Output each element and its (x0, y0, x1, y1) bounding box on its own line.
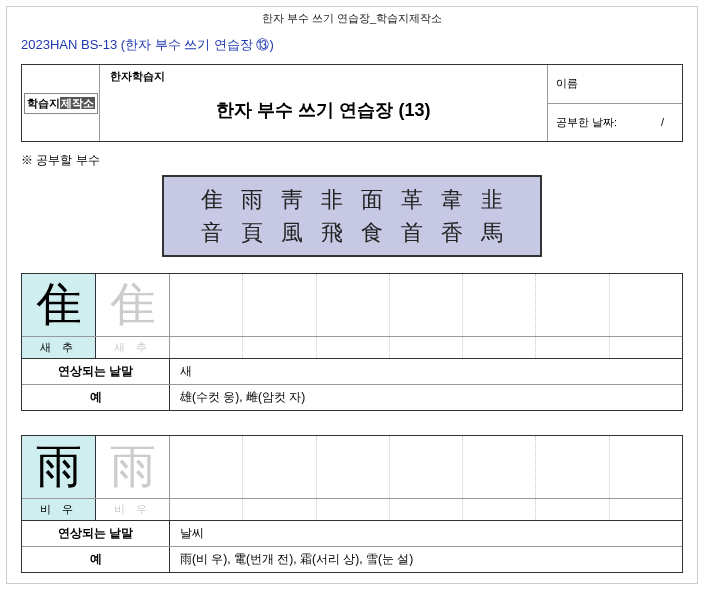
practice-cell[interactable] (317, 274, 390, 336)
practice-cell[interactable] (243, 436, 316, 498)
practice-cell[interactable] (243, 499, 316, 520)
radicals-box: 隹雨靑非面革韋韭 音頁風飛食首香馬 (162, 175, 542, 257)
logo-text-b: 제작소 (60, 97, 95, 109)
name-row: 이름 (548, 65, 682, 104)
practice-cell[interactable] (463, 436, 536, 498)
title-box: 학습지제작소 한자학습지 한자 부수 쓰기 연습장 (13) 이름 공부한 날짜… (21, 64, 683, 142)
assoc-value: 새 (170, 359, 682, 384)
practice-cell[interactable] (610, 337, 682, 358)
worksheet-code: 2023HAN BS-13 (한자 부수 쓰기 연습장 ⑬) (21, 36, 683, 54)
radicals-row-1: 隹雨靑非面革韋韭 (164, 183, 540, 216)
practice-cell[interactable] (536, 499, 609, 520)
practice-cell[interactable] (170, 499, 243, 520)
name-label: 이름 (556, 76, 578, 91)
date-label: 공부한 날짜: (556, 115, 617, 130)
page-title: 한자 부수 쓰기 연습장 (13) (110, 98, 537, 122)
ghost-char-cell: 雨 (96, 436, 170, 498)
reading-cell: 새 추 (22, 337, 96, 358)
study-section-label: ※ 공부할 부수 (21, 152, 683, 169)
target-char: 隹 (36, 282, 82, 328)
practice-cell[interactable] (317, 436, 390, 498)
char-row: 隹 隹 (22, 274, 682, 336)
example-row: 예 雄(수컷 웅), 雌(암컷 자) (22, 384, 682, 410)
practice-cell[interactable] (463, 499, 536, 520)
reading-practice-cells (170, 499, 682, 520)
example-label: 예 (22, 547, 170, 572)
example-label: 예 (22, 385, 170, 410)
example-row: 예 雨(비 우), 電(번개 전), 霜(서리 상), 雪(눈 설) (22, 546, 682, 572)
practice-cell[interactable] (170, 337, 243, 358)
practice-cell[interactable] (390, 499, 463, 520)
practice-cell[interactable] (170, 274, 243, 336)
practice-cell[interactable] (463, 337, 536, 358)
reading-row: 비 우 비 우 (22, 498, 682, 520)
ghost-char: 雨 (110, 444, 156, 490)
assoc-label: 연상되는 낱말 (22, 521, 170, 546)
ghost-reading-cell: 비 우 (96, 499, 170, 520)
ghost-char-cell: 隹 (96, 274, 170, 336)
document-header-title: 한자 부수 쓰기 연습장_학습지제작소 (7, 7, 697, 32)
practice-cell[interactable] (390, 337, 463, 358)
category-label: 한자학습지 (110, 69, 537, 84)
practice-cells (170, 436, 682, 498)
worksheet-page: 한자 부수 쓰기 연습장_학습지제작소 2023HAN BS-13 (한자 부수… (6, 6, 698, 584)
practice-cell[interactable] (317, 337, 390, 358)
assoc-label: 연상되는 낱말 (22, 359, 170, 384)
practice-cell[interactable] (536, 274, 609, 336)
char-row: 雨 雨 (22, 436, 682, 498)
logo-cell: 학습지제작소 (22, 65, 100, 141)
meta-cell: 이름 공부한 날짜: / (548, 65, 682, 141)
target-char-cell: 雨 (22, 436, 96, 498)
date-row: 공부한 날짜: / (548, 104, 682, 142)
practice-cell[interactable] (536, 436, 609, 498)
practice-cell[interactable] (463, 274, 536, 336)
assoc-row: 연상되는 낱말 새 (22, 358, 682, 384)
example-value: 雄(수컷 웅), 雌(암컷 자) (170, 385, 682, 410)
practice-cell[interactable] (243, 274, 316, 336)
title-cell: 한자학습지 한자 부수 쓰기 연습장 (13) (100, 65, 548, 141)
practice-cell[interactable] (610, 274, 682, 336)
reading-practice-cells (170, 337, 682, 358)
practice-cell[interactable] (317, 499, 390, 520)
date-separator: / (661, 116, 664, 128)
practice-block: 雨 雨 비 우 비 우 (21, 435, 683, 573)
practice-cell[interactable] (536, 337, 609, 358)
practice-cell[interactable] (610, 436, 682, 498)
assoc-value: 날씨 (170, 521, 682, 546)
ghost-char: 隹 (110, 282, 156, 328)
example-value: 雨(비 우), 電(번개 전), 霜(서리 상), 雪(눈 설) (170, 547, 682, 572)
target-char: 雨 (36, 444, 82, 490)
practice-cell[interactable] (243, 337, 316, 358)
reading-row: 새 추 새 추 (22, 336, 682, 358)
logo-text-a: 학습지 (27, 97, 60, 109)
target-char-cell: 隹 (22, 274, 96, 336)
practice-cell[interactable] (390, 436, 463, 498)
practice-block: 隹 隹 새 추 새 추 (21, 273, 683, 411)
practice-cell[interactable] (170, 436, 243, 498)
practice-cells (170, 274, 682, 336)
radicals-row-2: 音頁風飛食首香馬 (164, 216, 540, 249)
reading-cell: 비 우 (22, 499, 96, 520)
practice-cell[interactable] (610, 499, 682, 520)
logo: 학습지제작소 (24, 93, 98, 114)
practice-cell[interactable] (390, 274, 463, 336)
assoc-row: 연상되는 낱말 날씨 (22, 520, 682, 546)
ghost-reading-cell: 새 추 (96, 337, 170, 358)
